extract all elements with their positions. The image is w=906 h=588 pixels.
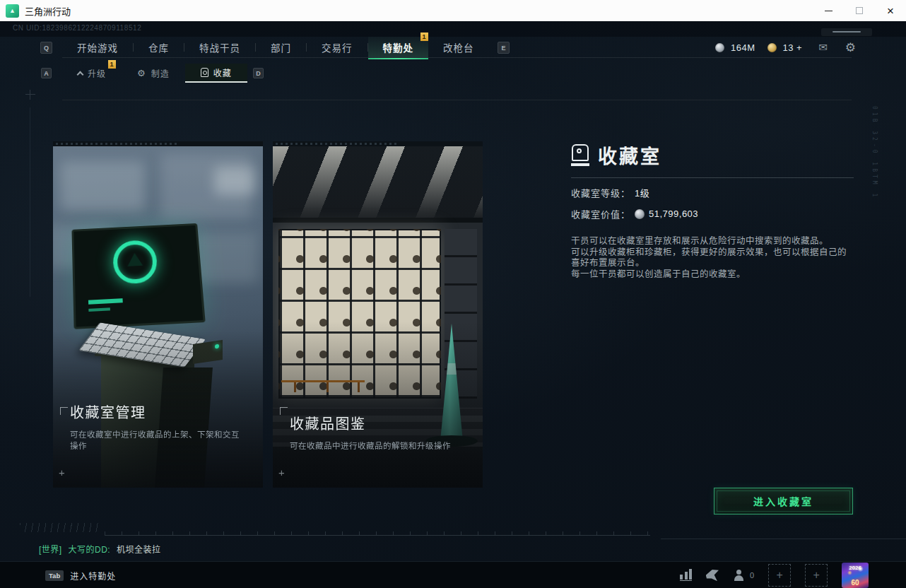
nav-key-hint-left: Q xyxy=(40,42,52,54)
ruler-decor xyxy=(105,531,650,536)
plus-mark-decor: + xyxy=(59,466,65,478)
close-icon: × xyxy=(887,5,894,17)
window-controls: × xyxy=(813,0,906,21)
subnav-item-upgrade[interactable]: 升级 1 xyxy=(62,64,122,83)
level-value: 1级 xyxy=(635,186,649,199)
corner-bracket-decor xyxy=(280,407,288,415)
gold-coin-icon xyxy=(767,43,777,52)
scratch-decor xyxy=(20,523,99,532)
page-title: 收藏室 xyxy=(598,141,661,169)
app-window: ▲ 三角洲行动 × CN UID:18239862122248709118512… xyxy=(0,0,906,588)
nav-item-gunsmith[interactable]: 改枪台 xyxy=(428,37,489,58)
nav-item-start-game[interactable]: 开始游戏 xyxy=(62,37,133,58)
card-header-strip xyxy=(273,141,483,146)
invite-slot-button[interactable]: + xyxy=(805,564,828,587)
silver-currency-value[interactable]: 164M xyxy=(731,42,755,53)
friends-icon xyxy=(734,570,745,581)
enter-special-service-shortcut[interactable]: Tab 进入特勤处 xyxy=(45,562,116,588)
silver-coin-icon xyxy=(715,43,724,52)
subnav-badge: 1 xyxy=(108,60,116,69)
nav-item-label: 开始游戏 xyxy=(77,40,118,54)
nav-badge: 1 xyxy=(420,33,428,41)
card-collection-room-management[interactable]: + 收藏室管理 可在收藏室中进行收藏品的上架、下架和交互操作 xyxy=(53,141,263,488)
panel-divider xyxy=(571,177,854,178)
corner-bracket-decor xyxy=(60,407,68,415)
card-caption: 收藏品图鉴 可在收藏品中进行收藏品的解锁和升级操作 xyxy=(273,413,483,488)
invite-slot-button[interactable]: + xyxy=(768,564,791,587)
announcement-horn-icon[interactable] xyxy=(705,568,720,582)
left-guide-line xyxy=(30,107,30,297)
panel-header: 收藏室 xyxy=(571,141,854,169)
card-title: 收藏品图鉴 xyxy=(290,413,466,433)
upgrade-icon xyxy=(77,71,84,78)
card-title: 收藏室管理 xyxy=(70,401,246,422)
card-caption: 收藏室管理 可在收藏室中进行收藏品的上架、下架和交互操作 xyxy=(53,401,263,488)
nav-item-special-service-selected[interactable]: 特勤处 1 xyxy=(368,37,429,58)
maximize-button[interactable] xyxy=(844,0,875,21)
vertical-decor-text: 01B 32-0 1BTM 1 xyxy=(871,106,878,254)
minimize-button[interactable] xyxy=(813,0,844,21)
nav-item-warehouse[interactable]: 仓库 xyxy=(134,37,184,58)
plus-mark-decor: + xyxy=(278,466,285,478)
main-nav: 开始游戏 仓库 特战干员 部门 交易行 特勤处 1 改枪台 xyxy=(62,37,489,58)
subnav-item-label: 收藏 xyxy=(213,66,232,78)
titlebar: ▲ 三角洲行动 × xyxy=(0,0,906,21)
craft-icon: ⚙ xyxy=(137,68,146,78)
subnav-item-collection-selected[interactable]: 收藏 xyxy=(185,64,247,83)
display-case-icon xyxy=(571,144,589,166)
value-row: 收藏室价值： 51,799,603 xyxy=(571,207,854,220)
nav-key-hint-right: E xyxy=(498,42,510,54)
section-divider-line xyxy=(62,100,852,100)
bottom-bar-icons: 0 + + 2026 60 xyxy=(680,562,869,588)
value-label: 收藏室价值： xyxy=(571,207,630,220)
subnav-key-hint-right: D xyxy=(253,68,264,78)
player-uid: CN UID:18239862122248709118512 xyxy=(13,24,141,32)
card-collection-encyclopedia[interactable]: + 收藏品图鉴 可在收藏品中进行收藏品的解锁和升级操作 xyxy=(273,141,483,488)
chat-channel: [世界] xyxy=(39,545,62,555)
maximize-icon xyxy=(856,7,863,14)
mail-icon[interactable]: ✉ xyxy=(818,41,828,54)
nav-item-label: 特战干员 xyxy=(199,40,240,54)
tab-keycap: Tab xyxy=(45,570,64,581)
card-header-strip xyxy=(53,141,263,146)
promo-text-top: 2026 xyxy=(842,565,869,571)
sub-nav: 升级 1 ⚙ 制造 收藏 xyxy=(62,64,247,83)
silver-coin-icon xyxy=(635,209,645,219)
nav-item-market[interactable]: 交易行 xyxy=(307,37,367,58)
settings-gear-icon[interactable]: ⚙ xyxy=(845,40,856,55)
collection-room-panel: 收藏室 收藏室等级： 1级 收藏室价值： 51,799,603 干员可以在收藏室… xyxy=(571,141,854,280)
nav-item-department[interactable]: 部门 xyxy=(256,37,306,58)
description-line: 可以升级收藏柜和珍藏柜，获得更好的展示效果，也可以根据自己的喜好布置展示台。 xyxy=(571,247,854,269)
subnav-item-label: 制造 xyxy=(151,67,170,79)
chat-message[interactable]: [世界] 大写的DD: 机坝全装拉 xyxy=(39,543,161,555)
event-promo-thumbnail[interactable]: 2026 60 xyxy=(842,563,869,588)
nav-item-label: 特勤处 xyxy=(383,40,414,54)
friends-button[interactable]: 0 xyxy=(734,570,754,581)
minimize-icon xyxy=(825,11,833,11)
tab-shortcut-label: 进入特勤处 xyxy=(70,570,116,582)
gold-currency-value[interactable]: 13 + xyxy=(783,42,803,53)
topbar-right: 164M 13 + ✉ ⚙ xyxy=(715,37,856,58)
nav-item-label: 交易行 xyxy=(322,40,353,54)
subnav-item-label: 升级 xyxy=(88,67,106,79)
faint-line-decor xyxy=(661,539,906,539)
panel-description: 干员可以在收藏室里存放和展示从危险行动中搜索到的收藏品。 可以升级收藏柜和珍藏柜… xyxy=(571,236,854,280)
nav-item-label: 仓库 xyxy=(148,40,169,54)
case-gear xyxy=(577,148,582,153)
close-button[interactable]: × xyxy=(875,0,906,21)
nav-item-label: 部门 xyxy=(271,40,291,54)
nav-item-label: 改枪台 xyxy=(443,40,474,54)
promo-text-bottom: 60 xyxy=(842,579,869,587)
enter-collection-room-button[interactable]: 进入收藏室 xyxy=(714,488,853,514)
chat-username: 大写的DD: xyxy=(69,545,111,555)
friends-count: 0 xyxy=(750,571,754,580)
description-line: 干员可以在收藏室里存放和展示从危险行动中搜索到的收藏品。 xyxy=(571,236,854,247)
notification-drawer-handle[interactable] xyxy=(821,28,872,36)
level-label: 收藏室等级： xyxy=(571,186,630,199)
stats-icon[interactable] xyxy=(680,570,692,581)
card-description: 可在收藏室中进行收藏品的上架、下架和交互操作 xyxy=(70,428,246,451)
nav-item-operators[interactable]: 特战干员 xyxy=(184,37,255,58)
subnav-item-craft[interactable]: ⚙ 制造 xyxy=(122,64,185,83)
crosshair-decor xyxy=(25,90,35,100)
window-title: 三角洲行动 xyxy=(25,4,71,18)
